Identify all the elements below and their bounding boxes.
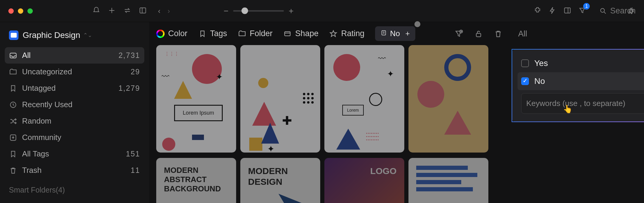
- filter-icon[interactable]: 1: [578, 7, 586, 16]
- sidebar-item-label: Random: [22, 116, 51, 126]
- bolt-icon[interactable]: [549, 7, 556, 16]
- lock-icon[interactable]: [474, 29, 483, 38]
- color-ring-icon: [156, 30, 165, 38]
- trash-filter-icon[interactable]: [494, 29, 503, 38]
- sidebar-item-label: Untagged: [22, 84, 56, 93]
- filter-rating[interactable]: Rating: [329, 29, 364, 38]
- titlebar-right-icons: 1 Search: [534, 6, 636, 16]
- checkbox-unchecked[interactable]: [521, 59, 529, 67]
- thumbnail-card[interactable]: MODERN ABSTRACT BACKGROUND: [156, 158, 236, 203]
- close-window-button[interactable]: [8, 8, 14, 14]
- sidebar-item-all-tags[interactable]: All Tags 151: [5, 146, 144, 162]
- sidebar-item-untagged[interactable]: Untagged 1,279: [5, 80, 144, 96]
- thumbnail-card[interactable]: ✚ ✦: [240, 45, 320, 153]
- zoom-track[interactable]: [233, 10, 284, 12]
- sidebar-item-all[interactable]: All 2,731: [5, 47, 144, 64]
- download-icon: [9, 133, 17, 142]
- inbox-icon: [9, 51, 17, 60]
- sidebar-item-label: All: [22, 51, 31, 60]
- thumbnail-grid: Lorem Ipsum 〰 ✦ ⋮⋮⋮ ✚ ✦ Lorem: [149, 45, 510, 203]
- star-icon: [329, 30, 338, 38]
- filter-tags[interactable]: Tags: [198, 29, 227, 38]
- option-label: Yes: [534, 59, 548, 68]
- sidebar-item-label: All Tags: [22, 149, 49, 159]
- folder-icon: [238, 30, 246, 38]
- zoom-in-button[interactable]: +: [289, 6, 293, 16]
- window-controls: [8, 8, 33, 14]
- filter-label: Folder: [250, 29, 273, 38]
- sidebar-item-uncategorized[interactable]: Uncategorized 29: [5, 64, 144, 80]
- keywords-input[interactable]: Keywords (use , to separate): [521, 93, 644, 114]
- sidebar-item-random[interactable]: Random: [5, 113, 144, 129]
- thumbnail-card[interactable]: LOGO: [324, 158, 404, 203]
- popover-option-yes[interactable]: Yes: [518, 54, 644, 72]
- inspector-title: All: [518, 29, 636, 39]
- svg-point-2: [601, 8, 605, 12]
- input-placeholder: Keywords (use , to separate): [526, 99, 625, 108]
- pin-icon[interactable]: [628, 7, 636, 16]
- sidebar-item-label: Uncategorized: [22, 67, 72, 76]
- svg-rect-3: [10, 53, 16, 58]
- titlebar: ‹ › − + 1 Search: [0, 0, 644, 22]
- filter-bar: Color Tags Folder Shape Rating No +: [149, 22, 510, 45]
- bookmark-icon: [9, 150, 17, 158]
- thumbnail-card[interactable]: Lorem Ipsum 〰 ✦ ⋮⋮⋮: [156, 45, 236, 153]
- card-title: MODERN ABSTRACT BACKGROUND: [156, 158, 236, 202]
- sidebar-toggle-icon[interactable]: [139, 7, 147, 16]
- popover-option-no[interactable]: No 👆: [518, 72, 644, 90]
- sidebar-item-trash[interactable]: Trash 11: [5, 162, 144, 179]
- sidebar-item-recent[interactable]: Recently Used: [5, 96, 144, 113]
- filter-color[interactable]: Color: [156, 29, 188, 38]
- notes-filter-popover: Yes No 👆 Keywords (use , to separate): [512, 49, 644, 122]
- zoom-out-button[interactable]: −: [224, 6, 228, 16]
- sidebar-item-count: 29: [131, 67, 140, 76]
- filter-shape[interactable]: Shape: [283, 29, 318, 38]
- recent-filters-icon[interactable]: [454, 29, 463, 38]
- note-icon: [380, 29, 387, 38]
- library-icon: [9, 30, 18, 40]
- sidebar-item-count: 2,731: [118, 51, 140, 60]
- minimize-window-button[interactable]: [18, 8, 23, 14]
- nav-back-button[interactable]: ‹: [158, 7, 160, 15]
- card-label: Lorem Ipsum: [174, 105, 223, 121]
- sidebar-item-count: 11: [131, 166, 140, 175]
- svg-rect-6: [285, 32, 290, 36]
- titlebar-left-icons: [92, 7, 147, 16]
- sidebar-item-community[interactable]: Community: [5, 129, 144, 146]
- filter-label: Shape: [295, 29, 318, 38]
- card-label: Lorem: [342, 105, 364, 116]
- transfer-icon[interactable]: [123, 7, 131, 16]
- sidebar-item-label: Community: [22, 133, 61, 142]
- thumbnail-card[interactable]: Lorem 〰 ✦ ••••••••••••••••••••••••: [324, 45, 404, 153]
- option-label: No: [534, 76, 545, 86]
- fullscreen-window-button[interactable]: [27, 8, 33, 14]
- add-filter-button[interactable]: +: [405, 29, 410, 38]
- plus-icon[interactable]: [108, 7, 116, 16]
- card-title: MODERN DESIGN: [240, 158, 320, 195]
- smart-folders-header[interactable]: Smart Folders(4): [5, 186, 144, 194]
- shuffle-icon: [9, 117, 17, 125]
- library-switcher[interactable]: Graphic Design ⌃⌄: [5, 28, 144, 42]
- bell-icon[interactable]: [92, 7, 100, 16]
- svg-rect-9: [476, 33, 481, 36]
- trash-icon: [9, 166, 17, 175]
- filter-active-tab[interactable]: No +: [375, 26, 415, 41]
- layout-icon[interactable]: [564, 7, 571, 16]
- zoom-slider[interactable]: − +: [224, 6, 294, 16]
- bookmark-icon: [198, 30, 207, 38]
- library-name: Graphic Design: [23, 30, 80, 40]
- svg-rect-7: [382, 31, 386, 35]
- checkbox-checked[interactable]: [521, 77, 529, 85]
- filter-folder[interactable]: Folder: [238, 29, 273, 38]
- filter-tab-label: No: [390, 29, 400, 38]
- thumbnail-card[interactable]: [408, 158, 488, 203]
- filter-label: Color: [168, 29, 188, 38]
- sidebar-item-count: 1,279: [118, 84, 140, 93]
- zoom-thumb[interactable]: [242, 7, 248, 14]
- nav-forward-button[interactable]: ›: [168, 7, 170, 15]
- thumbnail-card[interactable]: MODERN DESIGN: [240, 158, 320, 203]
- folder-icon: [9, 68, 17, 76]
- thumbnail-card[interactable]: [408, 45, 488, 153]
- shape-icon: [283, 30, 292, 38]
- extension-icon[interactable]: [534, 7, 541, 16]
